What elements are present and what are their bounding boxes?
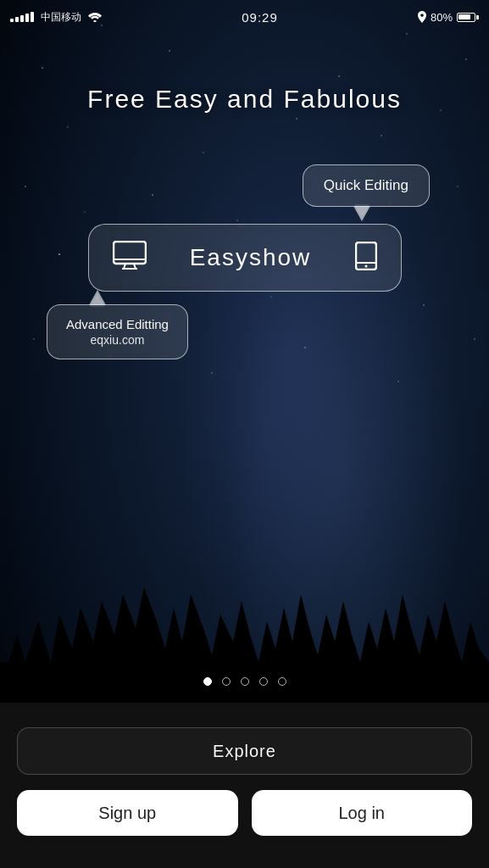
- page-indicators: [0, 677, 489, 686]
- page-dot-0[interactable]: [203, 677, 212, 686]
- easyshow-label: Easyshow: [190, 244, 312, 271]
- advanced-editing-url: eqxiu.com: [66, 333, 169, 347]
- advanced-editing-bubble[interactable]: Advanced Editting eqxiu.com: [47, 304, 188, 359]
- easyshow-card[interactable]: Easyshow: [88, 224, 402, 292]
- auth-buttons: Sign up Log in: [17, 790, 472, 836]
- status-bar: 中国移动 09:29 80%: [0, 0, 489, 34]
- status-right: 80%: [418, 11, 479, 24]
- signal-icon: [10, 12, 34, 22]
- tablet-icon: [355, 242, 377, 275]
- quick-editing-label: Quick Editing: [324, 177, 408, 193]
- hero-title: Free Easy and Fabulous: [87, 85, 402, 114]
- signup-button[interactable]: Sign up: [17, 790, 238, 836]
- monitor-icon: [113, 241, 147, 275]
- page-dot-2[interactable]: [241, 677, 249, 686]
- status-time: 09:29: [242, 10, 278, 25]
- status-left: 中国移动: [10, 10, 102, 25]
- svg-point-0: [93, 20, 96, 22]
- explore-button[interactable]: Explore: [17, 727, 472, 775]
- login-button[interactable]: Log in: [252, 790, 473, 836]
- page-dot-1[interactable]: [222, 677, 231, 686]
- quick-editing-bubble[interactable]: Quick Editing: [303, 164, 430, 207]
- cards-area: Quick Editing Easyshow: [0, 164, 489, 402]
- carrier-label: 中国移动: [41, 10, 81, 25]
- battery-icon: [457, 13, 479, 22]
- svg-rect-1: [114, 242, 146, 264]
- svg-point-7: [364, 264, 367, 267]
- page-dot-4[interactable]: [278, 677, 286, 686]
- location-icon: [418, 11, 426, 23]
- advanced-editing-label: Advanced Editting: [66, 317, 169, 331]
- main-content: Free Easy and Fabulous Quick Editing Eas…: [0, 34, 489, 703]
- battery-percent: 80%: [431, 11, 453, 24]
- wifi-icon: [88, 12, 102, 22]
- page-dot-3[interactable]: [259, 677, 268, 686]
